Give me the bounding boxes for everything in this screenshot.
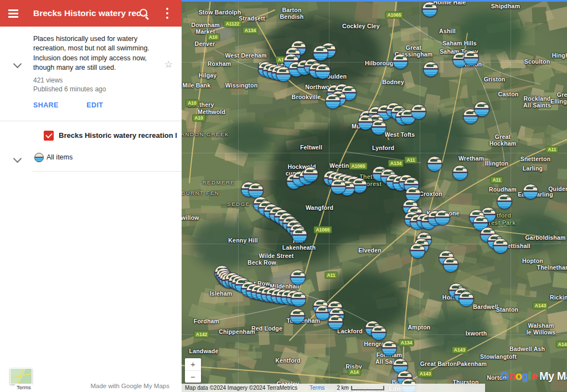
swim-place-marker[interactable] [443, 257, 458, 272]
swimmer-icon [294, 294, 301, 297]
swimmer-icon [467, 53, 474, 56]
google-logo-letter: e [531, 370, 537, 382]
scale-text: 2 km [337, 385, 349, 391]
swimmer-icon [251, 185, 259, 188]
swim-place-marker[interactable] [458, 291, 474, 307]
terms-link[interactable]: Terms [15, 384, 33, 391]
map-terms-link[interactable]: Terms [310, 385, 324, 391]
all-items-label: All items [47, 153, 73, 161]
swim-place-marker[interactable] [523, 184, 538, 199]
swimmer-icon [332, 310, 339, 313]
layer-checkbox[interactable] [44, 131, 54, 141]
swim-place-marker[interactable] [497, 194, 512, 209]
map-canvas[interactable]: Stow BardolphBarton BendishStradsettDown… [182, 0, 567, 392]
zoom-out-button[interactable]: − [185, 370, 201, 383]
swimmer-icon [294, 43, 301, 46]
markers-layer [182, 0, 567, 392]
swim-place-marker[interactable] [452, 165, 468, 180]
swim-place-marker[interactable] [410, 243, 425, 259]
kebab-menu-icon[interactable] [166, 8, 168, 21]
swimmer-icon [406, 202, 413, 205]
swimmer-icon [293, 311, 300, 314]
swim-place-marker[interactable] [371, 120, 386, 135]
share-button[interactable]: SHARE [33, 101, 59, 109]
star-icon[interactable]: ☆ [164, 59, 173, 70]
swimmer-icon [496, 241, 503, 244]
swimmer-icon [526, 187, 533, 189]
swimmer-icon [400, 373, 408, 376]
swimmer-icon [409, 189, 416, 192]
swim-place-marker[interactable] [313, 45, 328, 61]
swim-place-marker[interactable] [493, 238, 508, 254]
mini-map-thumbnail[interactable] [10, 368, 32, 384]
swimmer-icon [384, 172, 391, 174]
swim-place-marker[interactable] [325, 94, 341, 109]
swimmer-icon [344, 88, 352, 91]
swimmer-icon [374, 328, 382, 331]
swim-place-marker[interactable] [474, 101, 489, 117]
google-my-maps-app: Brecks Historic watery rec... Places his… [0, 0, 567, 392]
swimmer-icon [430, 159, 437, 162]
hamburger-menu-icon[interactable] [8, 9, 18, 11]
swimmer-icon [462, 294, 469, 297]
divider [32, 171, 182, 172]
swim-place-marker[interactable] [303, 167, 318, 182]
swimmer-icon [425, 4, 432, 7]
swimmer-icon [456, 55, 463, 58]
swimmer-icon [413, 246, 420, 249]
swim-place-marker[interactable] [427, 156, 442, 172]
swimmer-icon [331, 303, 338, 306]
swimmer-icon [396, 56, 403, 59]
collapse-chevron-icon[interactable] [13, 60, 22, 69]
swimmer-icon [361, 117, 368, 120]
all-items-chevron-icon[interactable] [13, 154, 22, 163]
swimmer-icon [385, 343, 392, 346]
layer-title: Brecks Historic watery recreation locati… [59, 131, 177, 140]
swim-place-marker[interactable] [371, 325, 386, 341]
swim-place-marker[interactable] [411, 104, 426, 120]
google-logo-letter: o [509, 370, 516, 382]
swim-place-marker[interactable] [463, 50, 479, 66]
swim-place-marker[interactable] [435, 210, 450, 225]
swim-place-marker[interactable] [423, 61, 439, 77]
swimmer-icon [414, 107, 421, 110]
swimmer-icon [287, 56, 294, 59]
google-my-maps-watermark: GoogleMy Maps [501, 370, 567, 383]
swim-place-marker[interactable] [331, 179, 346, 194]
swim-place-marker[interactable] [358, 115, 373, 130]
google-logo-letter: G [501, 370, 509, 382]
swim-place-marker[interactable] [422, 2, 437, 17]
swimmer-icon [407, 180, 414, 183]
swimmer-icon [500, 197, 507, 199]
swimmer-icon [456, 168, 463, 171]
swim-place-marker[interactable] [328, 314, 343, 330]
search-icon[interactable] [140, 9, 147, 17]
swimmer-icon [279, 69, 286, 72]
edit-button[interactable]: EDIT [86, 101, 103, 109]
swim-place-marker[interactable] [291, 291, 306, 307]
swimmer-icon [331, 317, 338, 320]
views-count: 421 views [33, 76, 165, 84]
swimmer-icon [355, 180, 362, 183]
swimmer-icon [483, 230, 491, 233]
swim-place-marker[interactable] [315, 64, 331, 79]
swimmer-icon [420, 235, 427, 238]
swimmer-icon [375, 169, 383, 172]
swim-place-marker[interactable] [393, 54, 408, 69]
swim-place-marker[interactable] [290, 308, 305, 324]
zoom-in-button[interactable]: + [185, 358, 201, 370]
swimmer-icon [476, 218, 483, 221]
swimmer-icon [374, 122, 382, 125]
swimmer-icon [306, 169, 313, 172]
swimmer-icon [334, 182, 341, 184]
swim-place-marker[interactable] [290, 270, 306, 285]
swim-place-marker[interactable] [248, 183, 264, 198]
swim-place-marker[interactable] [292, 228, 307, 243]
layer-row: Brecks Historic watery recreation locati… [0, 121, 182, 151]
swimmer-icon [318, 308, 326, 311]
swimmer-icon [404, 112, 411, 115]
swim-place-marker[interactable] [382, 341, 397, 356]
swimmer-icon [477, 104, 484, 107]
attribution-text: Map data ©2024 Imagery ©2024 TerraMetric… [185, 385, 297, 391]
zoom-control: + − [185, 358, 201, 383]
